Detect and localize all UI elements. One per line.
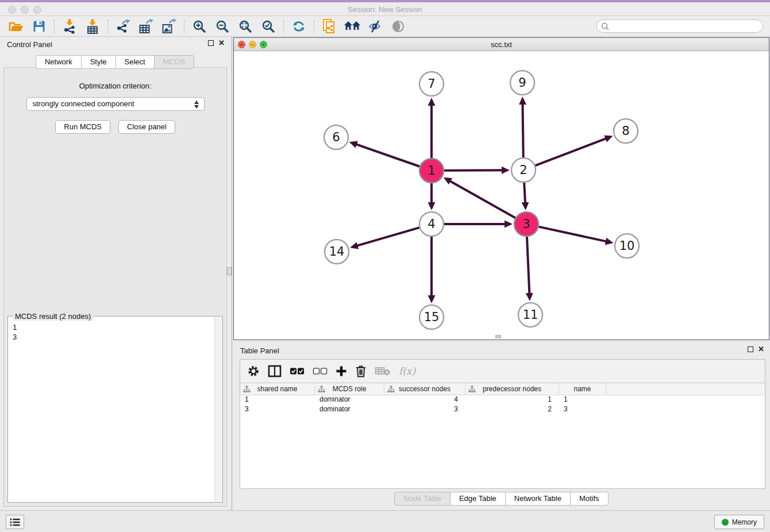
- list-icon: [9, 517, 21, 527]
- table-cell[interactable]: 3: [384, 405, 465, 415]
- search-input[interactable]: [611, 22, 763, 30]
- task-history-button[interactable]: [6, 515, 24, 529]
- node-8[interactable]: 8: [614, 119, 638, 143]
- node-1[interactable]: 1: [419, 159, 444, 183]
- export-network-button[interactable]: [111, 18, 134, 35]
- table-row[interactable]: 3dominator323: [240, 405, 765, 415]
- node-14[interactable]: 14: [325, 240, 349, 264]
- cybrowser-button[interactable]: [341, 18, 364, 35]
- clone-network-button[interactable]: [318, 18, 341, 35]
- table-cell[interactable]: 2: [465, 405, 559, 415]
- memory-button[interactable]: Memory: [714, 515, 764, 529]
- table-settings-button[interactable]: [247, 363, 260, 380]
- zoom-selected-button[interactable]: [257, 18, 280, 35]
- table-tab-network-table[interactable]: Network Table: [505, 492, 571, 506]
- column-header-name[interactable]: name: [559, 383, 606, 395]
- fit-content-icon: [238, 20, 252, 33]
- node-11[interactable]: 11: [518, 303, 542, 327]
- node-10[interactable]: 10: [615, 234, 639, 258]
- edge-3-10[interactable]: [538, 227, 606, 241]
- create-column-button[interactable]: [336, 363, 347, 380]
- import-network-button[interactable]: [58, 18, 81, 35]
- column-header-shared-name[interactable]: shared name: [240, 383, 315, 395]
- column-header-successor-nodes[interactable]: successor nodes: [384, 383, 465, 395]
- column-header-predecessor-nodes[interactable]: predecessor nodes: [465, 383, 559, 395]
- tab-style[interactable]: Style: [81, 55, 116, 69]
- table-row[interactable]: 1dominator411: [240, 395, 765, 405]
- mcds-result-list[interactable]: 13: [8, 319, 213, 502]
- edge-2-8[interactable]: [536, 138, 606, 165]
- show-column-panel-button[interactable]: [268, 363, 282, 380]
- export-image-button[interactable]: [157, 18, 180, 35]
- delete-table-button[interactable]: [375, 363, 391, 380]
- import-network-icon: [63, 19, 76, 34]
- table-cell[interactable]: dominator: [315, 395, 384, 405]
- select-all-icon: [290, 367, 305, 376]
- node-7[interactable]: 7: [419, 72, 444, 96]
- table-cell[interactable]: 1: [240, 395, 315, 405]
- table-cell[interactable]: 4: [384, 395, 465, 405]
- zoom-in-button[interactable]: [188, 18, 211, 35]
- edge-3-1[interactable]: [450, 181, 515, 218]
- network-window-titlebar[interactable]: × − + scc.txt: [234, 38, 769, 51]
- table-cell[interactable]: 1: [465, 395, 559, 405]
- table-cell[interactable]: 3: [559, 405, 606, 415]
- delete-column-button[interactable]: [355, 363, 367, 380]
- import-table-button[interactable]: [81, 18, 104, 35]
- gear-icon: [247, 365, 260, 377]
- column-header-mcds-role[interactable]: MCDS role: [315, 383, 384, 395]
- toolbar-separator: [314, 20, 314, 33]
- table-tab-edge-table[interactable]: Edge Table: [450, 492, 506, 506]
- node-6[interactable]: 6: [324, 125, 348, 149]
- save-disk-icon: [33, 20, 45, 33]
- select-all-columns-button[interactable]: [290, 363, 305, 380]
- splitter-grip[interactable]: [227, 267, 232, 275]
- close-panel-icon[interactable]: ✕: [218, 40, 225, 47]
- criterion-select[interactable]: strongly connected component: [26, 97, 205, 111]
- zoom-in-icon: [192, 20, 206, 33]
- node-3[interactable]: 3: [514, 212, 538, 236]
- network-canvas[interactable]: 7968124314101511: [234, 51, 769, 340]
- open-session-button[interactable]: [5, 18, 28, 35]
- search-field[interactable]: [596, 20, 763, 33]
- edge-1-6[interactable]: [356, 144, 419, 167]
- node-15[interactable]: 15: [419, 305, 444, 329]
- node-4[interactable]: 4: [419, 212, 444, 236]
- edge-4-14[interactable]: [357, 228, 419, 246]
- close-table-panel-icon[interactable]: ✕: [758, 346, 764, 353]
- function-builder-button[interactable]: f(x): [399, 365, 415, 377]
- canvas-scrollbar-thumb[interactable]: [495, 335, 501, 338]
- table-tab-node-table[interactable]: Node Table: [394, 492, 451, 506]
- deselect-all-columns-button[interactable]: [313, 363, 328, 380]
- edge-1-2[interactable]: [444, 170, 502, 171]
- edge-2-3[interactable]: [524, 183, 525, 203]
- add-column-icon: [336, 365, 347, 377]
- float-panel-icon[interactable]: [208, 40, 214, 46]
- table-cell[interactable]: 3: [240, 405, 315, 415]
- node-9[interactable]: 9: [510, 71, 534, 95]
- table-body: 1dominator4113dominator323: [240, 395, 765, 415]
- tab-mcds[interactable]: MCDS: [154, 55, 194, 69]
- result-scrollbar[interactable]: [214, 317, 222, 502]
- table-tab-motifs[interactable]: Motifs: [570, 492, 609, 506]
- edge-2-9[interactable]: [522, 104, 523, 157]
- table-cell[interactable]: dominator: [315, 405, 384, 415]
- fit-content-button[interactable]: [234, 18, 257, 35]
- close-panel-button[interactable]: Close panel: [118, 120, 175, 134]
- apply-layout-button[interactable]: [287, 18, 310, 35]
- table-cell[interactable]: 1: [559, 395, 606, 405]
- save-session-button[interactable]: [28, 18, 51, 35]
- tab-select[interactable]: Select: [116, 55, 155, 69]
- export-table-button[interactable]: [134, 18, 157, 35]
- zoom-out-button[interactable]: [211, 18, 234, 35]
- table-tabs: Node TableEdge TableNetwork TableMotifs: [233, 492, 770, 506]
- run-mcds-button[interactable]: Run MCDS: [55, 120, 110, 134]
- node-2[interactable]: 2: [511, 158, 536, 182]
- clone-network-icon: [322, 18, 337, 34]
- tab-network[interactable]: Network: [36, 55, 82, 69]
- show-graphics-details-button[interactable]: [387, 18, 410, 35]
- edge-3-11[interactable]: [527, 237, 529, 294]
- float-table-panel-icon[interactable]: [748, 346, 753, 352]
- app-titlebar: Session: New Session: [0, 0, 770, 16]
- hide-graphics-details-button[interactable]: [364, 18, 387, 35]
